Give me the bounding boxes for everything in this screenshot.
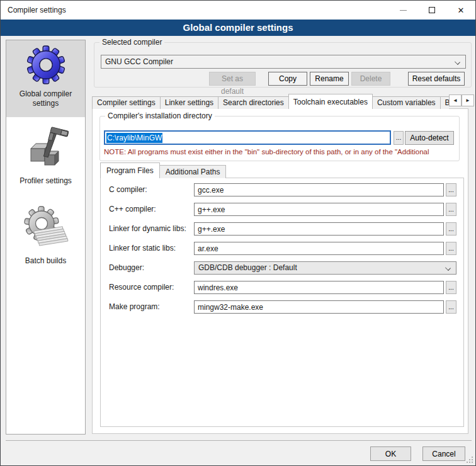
form-row-static-linker: Linker for static libs: ... [101, 242, 463, 256]
program-files-page: C compiler: ... C++ compiler: ... Linker… [100, 178, 464, 427]
installation-directory-input[interactable]: C:\raylib\MinGW [104, 130, 391, 145]
selected-path-text: C:\raylib\MinGW [106, 133, 162, 143]
maximize-icon [429, 7, 435, 13]
maximize-button[interactable] [417, 1, 446, 20]
dynamic-linker-input[interactable] [194, 222, 444, 236]
settings-tab-strip: Compiler settings Linker settings Search… [92, 94, 449, 109]
browse-cpp-compiler-button[interactable]: ... [446, 203, 456, 216]
footer-divider [6, 440, 472, 441]
tab-search-directories[interactable]: Search directories [218, 96, 289, 109]
field-label: C compiler: [109, 183, 147, 196]
batch-builds-gear-stack-icon [23, 206, 69, 251]
title-bar: Compiler settings ✕ [1, 1, 475, 20]
subtab-program-files[interactable]: Program Files [100, 162, 160, 178]
close-icon: ✕ [458, 6, 465, 14]
debugger-select[interactable]: GDB/CDB debugger : Default [194, 261, 456, 275]
cpp-compiler-input[interactable] [194, 203, 444, 216]
group-legend: Selected compiler [99, 38, 164, 47]
arrow-left-icon: ◄ [453, 98, 458, 103]
arrow-right-icon: ► [465, 98, 470, 103]
browse-resource-compiler-button[interactable]: ... [446, 281, 456, 294]
delete-button[interactable]: Delete [351, 72, 390, 86]
sidebar-item-global-compiler-settings[interactable]: Global compiler settings [6, 40, 85, 117]
chevron-down-icon [455, 59, 460, 65]
cancel-button[interactable]: Cancel [422, 446, 465, 461]
toolchain-executables-panel: Compiler's installation directory C:\ray… [92, 108, 468, 434]
bin-subdirectory-note: NOTE: All programs must exist either in … [104, 148, 458, 156]
selected-compiler-group: Selected compiler GNU GCC Compiler Set a… [94, 42, 472, 88]
installation-directory-group: Compiler's installation directory C:\ray… [99, 116, 460, 161]
sidebar-item-label: Profiler settings [6, 174, 85, 186]
dialog-banner: Global compiler settings [1, 20, 475, 36]
caption-buttons: ✕ [388, 1, 475, 20]
ok-button[interactable]: OK [370, 446, 411, 461]
field-label: Debugger: [109, 261, 144, 275]
sidebar-item-label: Global compiler settings [6, 87, 85, 108]
make-program-input[interactable] [194, 300, 444, 314]
tab-scroll-left-button[interactable]: ◄ [449, 94, 462, 106]
field-label: C++ compiler: [109, 203, 156, 216]
subtab-additional-paths[interactable]: Additional Paths [159, 165, 227, 178]
browse-static-linker-button[interactable]: ... [446, 242, 456, 255]
profiler-caliper-icon [23, 125, 69, 171]
blue-gear-icon [26, 45, 65, 84]
form-row-c-compiler: C compiler: ... [101, 183, 463, 197]
tab-compiler-settings[interactable]: Compiler settings [92, 96, 161, 109]
field-label: Linker for static libs: [109, 242, 176, 255]
tab-scroll-right-button[interactable]: ► [462, 94, 474, 106]
form-row-cpp-compiler: C++ compiler: ... [101, 203, 463, 217]
resize-grip[interactable] [467, 457, 473, 463]
set-as-default-button[interactable]: Set as default [209, 72, 256, 86]
field-label: Make program: [109, 300, 160, 314]
field-label: Resource compiler: [109, 281, 174, 294]
form-row-debugger: Debugger: GDB/CDB debugger : Default [101, 261, 463, 275]
static-linker-input[interactable] [194, 242, 444, 255]
tab-custom-variables[interactable]: Custom variables [372, 96, 441, 109]
browse-make-program-button[interactable]: ... [446, 300, 456, 314]
form-row-resource-compiler: Resource compiler: ... [101, 281, 463, 295]
program-files-tab-strip: Program Files Additional Paths [100, 162, 225, 178]
reset-defaults-button[interactable]: Reset defaults [408, 72, 465, 86]
sidebar-item-batch-builds[interactable]: Batch builds [6, 186, 85, 266]
form-row-dynamic-linker: Linker for dynamic libs: ... [101, 222, 463, 236]
copy-button[interactable]: Copy [268, 72, 307, 86]
tab-build-options[interactable]: Build options [440, 96, 449, 109]
browse-dynamic-linker-button[interactable]: ... [446, 222, 456, 236]
window-title: Compiler settings [1, 6, 66, 14]
form-row-make-program: Make program: ... [101, 300, 463, 314]
minimize-button[interactable] [388, 1, 417, 20]
debugger-select-value: GDB/CDB debugger : Default [198, 263, 297, 272]
group-legend: Compiler's installation directory [105, 111, 215, 120]
rename-button[interactable]: Rename [310, 72, 349, 86]
field-label: Linker for dynamic libs: [109, 222, 186, 236]
browse-directory-button[interactable]: ... [394, 131, 404, 145]
tab-linker-settings[interactable]: Linker settings [160, 96, 218, 109]
browse-c-compiler-button[interactable]: ... [446, 183, 456, 196]
tab-toolchain-executables[interactable]: Toolchain executables [288, 94, 373, 109]
sidebar-item-label: Batch builds [6, 254, 85, 266]
compiler-select-value: GNU GCC Compiler [105, 57, 173, 66]
settings-sidebar: Global compiler settings [6, 40, 86, 435]
sidebar-item-profiler-settings[interactable]: Profiler settings [6, 117, 85, 186]
c-compiler-input[interactable] [194, 183, 444, 196]
chevron-down-icon [445, 265, 451, 271]
minimize-icon [400, 10, 407, 11]
compiler-settings-dialog: Compiler settings ✕ Global compiler sett… [0, 0, 476, 466]
compiler-select[interactable]: GNU GCC Compiler [101, 55, 466, 69]
resource-compiler-input[interactable] [194, 281, 444, 294]
close-button[interactable]: ✕ [446, 1, 475, 20]
auto-detect-button[interactable]: Auto-detect [405, 131, 454, 145]
